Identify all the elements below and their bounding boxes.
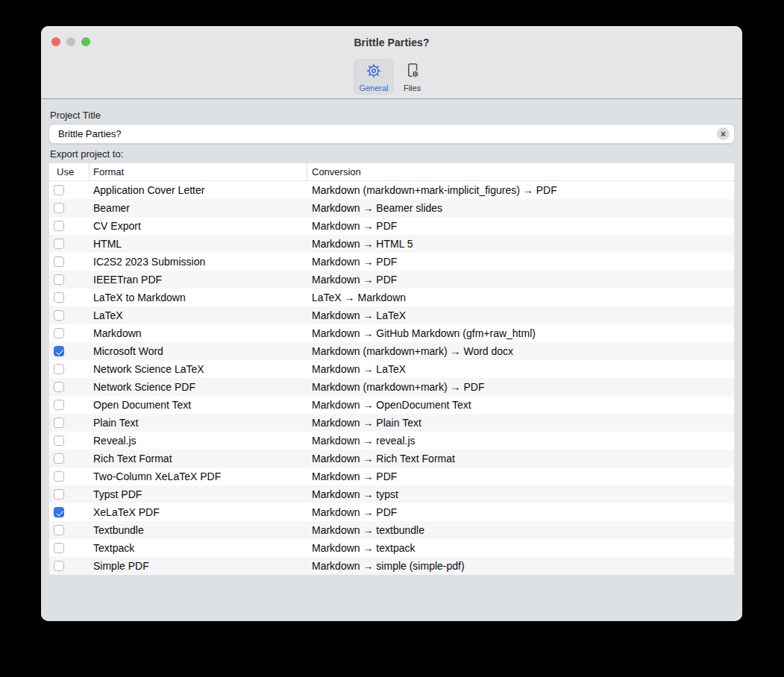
use-checkbox[interactable]: [54, 543, 64, 553]
format-cell: Open Document Text: [90, 399, 307, 411]
use-checkbox[interactable]: [54, 185, 64, 195]
window-header: Brittle Parties?: [41, 26, 742, 99]
format-cell: IC2S2 2023 Submission: [90, 256, 307, 268]
use-checkbox[interactable]: [54, 507, 64, 517]
table-row[interactable]: Textbundle Markdown → textbundle: [49, 521, 734, 539]
format-cell: HTML: [90, 238, 307, 250]
traffic-lights: [51, 37, 90, 46]
use-cell: [49, 525, 90, 535]
titlebar[interactable]: Brittle Parties?: [41, 26, 742, 59]
use-cell: [49, 292, 90, 303]
table-row[interactable]: Reveal.js Markdown → reveal.js: [49, 432, 734, 450]
minimize-button[interactable]: [66, 37, 75, 46]
conversion-cell: Markdown → PDF: [307, 256, 734, 268]
use-checkbox[interactable]: [54, 256, 64, 267]
export-project-label: Export project to:: [50, 148, 735, 160]
format-cell: CV Export: [90, 220, 307, 232]
conversion-cell: Markdown → PDF: [307, 506, 734, 518]
gear-icon: [365, 62, 383, 83]
project-title-label: Project Title: [50, 110, 735, 121]
use-checkbox[interactable]: [54, 221, 64, 231]
conversion-cell: Markdown → typst: [307, 488, 734, 500]
conversion-cell: LaTeX → Markdown: [307, 292, 734, 303]
use-checkbox[interactable]: [54, 203, 64, 213]
close-button[interactable]: [51, 37, 60, 46]
window-title: Brittle Parties?: [354, 37, 429, 48]
use-cell: [49, 561, 90, 571]
format-cell: IEEETran PDF: [90, 274, 307, 286]
use-checkbox[interactable]: [54, 561, 64, 571]
file-gear-icon: [404, 62, 421, 83]
table-row[interactable]: Open Document Text Markdown → OpenDocume…: [49, 396, 734, 414]
toolbar-tab-general-label: General: [359, 84, 388, 92]
table-row[interactable]: Microsoft Word Markdown (markdown+mark) …: [49, 342, 734, 360]
use-checkbox[interactable]: [54, 489, 64, 500]
zoom-button[interactable]: [81, 37, 90, 46]
use-cell: [49, 489, 90, 500]
use-checkbox[interactable]: [54, 310, 64, 321]
conversion-cell: Markdown → PDF: [307, 470, 734, 482]
use-checkbox[interactable]: [54, 525, 64, 535]
table-row[interactable]: Typst PDF Markdown → typst: [49, 485, 734, 503]
use-checkbox[interactable]: [54, 239, 64, 249]
format-cell: Textbundle: [90, 524, 307, 536]
use-checkbox[interactable]: [54, 274, 64, 285]
use-cell: [49, 453, 90, 464]
use-checkbox[interactable]: [54, 453, 64, 464]
use-checkbox[interactable]: [54, 471, 64, 482]
use-cell: [49, 382, 90, 392]
conversion-cell: Markdown → Rich Text Format: [307, 453, 734, 465]
table-row[interactable]: XeLaTeX PDF Markdown → PDF: [49, 503, 734, 521]
conversion-cell: Markdown → textbundle: [307, 524, 734, 536]
table-row[interactable]: IC2S2 2023 Submission Markdown → PDF: [49, 253, 734, 271]
conversion-cell: Markdown (markdown+mark) → Word docx: [307, 345, 734, 357]
format-cell: Network Science LaTeX: [90, 363, 307, 375]
use-cell: [49, 471, 90, 482]
use-cell: [49, 435, 90, 446]
table-row[interactable]: Rich Text Format Markdown → Rich Text Fo…: [49, 450, 734, 467]
table-row[interactable]: LaTeX Markdown → LaTeX: [49, 306, 734, 324]
use-checkbox[interactable]: [54, 328, 64, 338]
use-checkbox[interactable]: [54, 418, 64, 428]
table-row[interactable]: Plain Text Markdown → Plain Text: [49, 414, 734, 432]
toolbar: General: [41, 59, 742, 98]
toolbar-tab-general[interactable]: General: [354, 59, 393, 95]
project-title-input[interactable]: [48, 124, 735, 144]
table-row[interactable]: Two-Column XeLaTeX PDF Markdown → PDF: [49, 467, 734, 485]
format-cell: Simple PDF: [90, 560, 307, 572]
table-row[interactable]: Textpack Markdown → textpack: [49, 539, 734, 557]
clear-text-icon[interactable]: ×: [717, 127, 730, 140]
use-cell: [49, 310, 90, 321]
use-checkbox[interactable]: [54, 346, 64, 356]
use-checkbox[interactable]: [54, 435, 64, 446]
conversion-cell: Markdown → PDF: [307, 274, 734, 286]
conversion-cell: Markdown → Plain Text: [307, 417, 734, 429]
project-title-field-wrap: ×: [48, 124, 735, 144]
format-cell: Reveal.js: [90, 435, 307, 447]
use-checkbox[interactable]: [54, 382, 64, 392]
table-row[interactable]: LaTeX to Markdown LaTeX → Markdown: [49, 289, 734, 306]
use-checkbox[interactable]: [54, 400, 64, 410]
table-row[interactable]: Simple PDF Markdown → simple (simple-pdf…: [49, 557, 734, 575]
format-cell: XeLaTeX PDF: [90, 506, 307, 518]
table-row[interactable]: CV Export Markdown → PDF: [49, 217, 734, 235]
table-row[interactable]: Application Cover Letter Markdown (markd…: [49, 181, 734, 199]
toolbar-tab-files[interactable]: Files: [395, 59, 430, 95]
conversion-cell: Markdown → simple (simple-pdf): [307, 560, 734, 572]
table-row[interactable]: HTML Markdown → HTML 5: [49, 235, 734, 253]
use-cell: [49, 507, 90, 517]
table-row[interactable]: Beamer Markdown → Beamer slides: [49, 199, 734, 217]
export-formats-table: Use Format Conversion Application Cover …: [48, 163, 735, 576]
table-row[interactable]: Network Science PDF Markdown (markdown+m…: [49, 378, 734, 396]
table-header: Use Format Conversion: [49, 163, 734, 181]
use-cell: [49, 256, 90, 267]
table-row[interactable]: Network Science LaTeX Markdown → LaTeX: [49, 360, 734, 378]
conversion-cell: Markdown → Beamer slides: [307, 202, 734, 214]
format-cell: Markdown: [90, 327, 307, 339]
use-checkbox[interactable]: [54, 292, 64, 303]
conversion-cell: Markdown → GitHub Markdown (gfm+raw_html…: [307, 327, 734, 339]
table-row[interactable]: Markdown Markdown → GitHub Markdown (gfm…: [49, 324, 734, 342]
use-cell: [49, 328, 90, 338]
use-checkbox[interactable]: [54, 364, 64, 374]
table-row[interactable]: IEEETran PDF Markdown → PDF: [49, 271, 734, 289]
